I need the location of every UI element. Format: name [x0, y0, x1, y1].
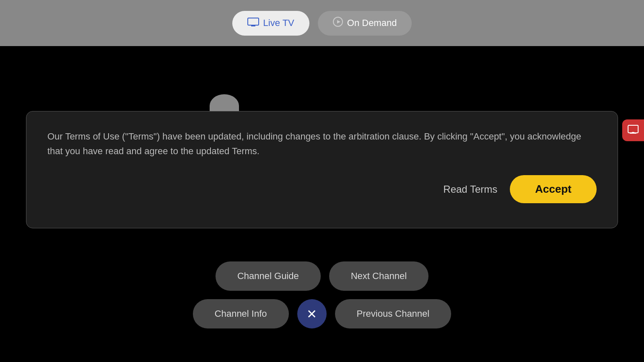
on-demand-button[interactable]: On Demand: [318, 11, 412, 36]
channel-guide-button[interactable]: Channel Guide: [216, 261, 321, 291]
live-tv-label: Live TV: [263, 18, 294, 28]
close-button[interactable]: ✕: [297, 299, 327, 328]
controls-row-bottom: Channel Info ✕ Previous Channel: [193, 299, 451, 328]
corner-badge: [622, 119, 644, 141]
next-channel-button[interactable]: Next Channel: [329, 261, 428, 291]
read-terms-button[interactable]: Read Terms: [443, 184, 497, 195]
terms-dialog: Our Terms of Use ("Terms") have been upd…: [26, 111, 618, 228]
badge-icon: [627, 124, 639, 137]
play-icon: [333, 17, 343, 30]
dialog-actions: Read Terms Accept: [47, 175, 597, 203]
close-icon: ✕: [306, 307, 317, 321]
bottom-controls: Channel Guide Next Channel Channel Info …: [0, 261, 644, 328]
svg-rect-5: [628, 125, 638, 133]
svg-marker-4: [337, 20, 340, 23]
main-content-area: Our Terms of Use ("Terms") have been upd…: [0, 46, 644, 362]
top-navigation-bar: Live TV On Demand: [0, 0, 644, 46]
svg-rect-0: [248, 18, 259, 25]
dialog-message: Our Terms of Use ("Terms") have been upd…: [47, 129, 597, 158]
svg-rect-7: [632, 132, 634, 133]
controls-row-top: Channel Guide Next Channel: [216, 261, 428, 291]
on-demand-label: On Demand: [347, 18, 397, 28]
channel-info-button[interactable]: Channel Info: [193, 299, 289, 328]
previous-channel-button[interactable]: Previous Channel: [335, 299, 452, 328]
live-tv-button[interactable]: Live TV: [232, 11, 309, 36]
monitor-icon: [247, 17, 259, 30]
accept-button[interactable]: Accept: [510, 175, 597, 203]
